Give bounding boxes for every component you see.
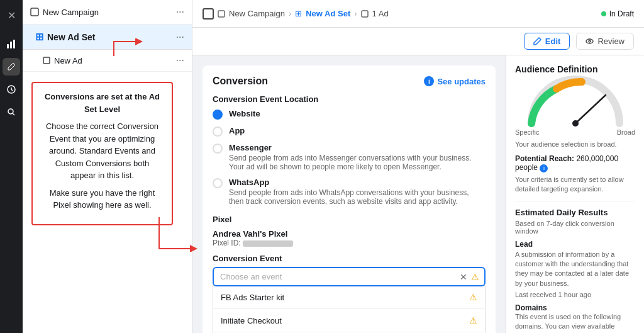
campaign-title-row[interactable]: New Campaign <box>30 8 99 17</box>
event-placeholder: Choose an event <box>220 272 465 281</box>
event-input-icons: ✕ ⚠ <box>460 272 479 282</box>
adset-info: ⊞ New Ad Set <box>35 31 96 43</box>
review-eye-icon <box>586 37 594 45</box>
dropdown-item-fbads-label: FB Ads Starter kit <box>221 293 284 302</box>
lead-title: Lead <box>515 240 635 249</box>
adset-row[interactable]: ⊞ New Ad Set ··· <box>23 25 192 50</box>
radio-messenger[interactable]: Messenger Send people from ads into Mess… <box>213 143 486 171</box>
conversion-section-header: Conversion i See updates <box>213 76 486 87</box>
dropdown-item-fbads-warn: ⚠ <box>469 292 477 302</box>
annotation-line1: Conversions are set at the Ad Set Level <box>42 91 163 115</box>
event-dropdown-list: FB Ads Starter kit ⚠ Initiate Checkout ⚠… <box>213 285 486 333</box>
svg-point-10 <box>589 40 591 42</box>
campaign-breadcrumb-icon <box>218 10 225 18</box>
radio-messenger-desc: Send people from ads into Messenger conv… <box>229 154 486 171</box>
adset-more-button[interactable]: ··· <box>176 31 184 43</box>
sep1: › <box>289 9 291 18</box>
est-daily-title: Estimated Daily Results <box>515 208 635 217</box>
search-icon[interactable] <box>3 103 20 121</box>
breadcrumb-toggle-icon[interactable] <box>203 8 214 20</box>
dropdown-item-checkout-warn: ⚠ <box>469 315 477 325</box>
draft-dot <box>601 11 606 16</box>
breadcrumb-campaign: New Campaign <box>229 9 285 18</box>
svg-rect-0 <box>7 44 9 48</box>
clear-event-button[interactable]: ✕ <box>460 272 467 282</box>
edit-icon[interactable] <box>3 58 20 76</box>
domains-desc: This event is used on the following doma… <box>515 312 635 333</box>
clock-icon[interactable] <box>3 81 20 98</box>
edit-label: Edit <box>545 37 561 46</box>
gauge-svg <box>525 76 626 127</box>
dropdown-item-fbads[interactable]: FB Ads Starter kit ⚠ <box>213 286 485 309</box>
svg-rect-8 <box>362 11 368 17</box>
radio-whatsapp[interactable]: WhatsApp Send people from ads into Whats… <box>213 178 486 206</box>
annotation-box: Conversions are set at the Ad Set Level … <box>31 82 173 225</box>
svg-rect-6 <box>43 57 50 64</box>
svg-point-12 <box>572 120 579 127</box>
edit-button[interactable]: Edit <box>524 33 570 50</box>
ad-more-button[interactable]: ··· <box>176 55 184 66</box>
info-icon: i <box>424 76 434 86</box>
radio-website-circle <box>213 110 223 120</box>
svg-point-4 <box>8 109 13 114</box>
svg-line-11 <box>575 95 606 123</box>
main-content: New Campaign › ⊞ New Ad Set › 1 Ad In Dr… <box>192 0 644 333</box>
annotation-line3: Make sure you have the right Pixel showi… <box>42 187 163 212</box>
dropdown-item-checkout-label: Initiate Checkout <box>221 316 282 325</box>
review-label: Review <box>597 37 625 46</box>
radio-app-label: App <box>229 126 245 135</box>
arrow-to-pixel <box>156 214 192 252</box>
breadcrumb: New Campaign › ⊞ New Ad Set › 1 Ad <box>203 8 389 20</box>
lead-desc: A submission of information by a custome… <box>515 250 635 289</box>
see-updates-label: See updates <box>437 77 486 86</box>
conversion-title: Conversion <box>213 76 268 87</box>
icon-sidebar: ✕ <box>0 0 23 333</box>
annotation-line2: Choose the correct Conversion Event that… <box>42 120 163 182</box>
ad-icon <box>43 57 50 64</box>
divider1 <box>515 201 635 201</box>
radio-app[interactable]: App <box>213 126 486 137</box>
edit-pencil-icon <box>533 37 541 45</box>
see-updates-button[interactable]: i See updates <box>424 76 486 86</box>
reach-desc: Your criteria is currently set to allow … <box>515 175 635 195</box>
sep2: › <box>354 9 357 18</box>
right-panel: Audience Definition <box>506 55 644 333</box>
radio-whatsapp-label: WhatsApp <box>229 178 486 187</box>
audience-text: Your audience selection is broad. <box>515 140 635 149</box>
gauge-specific-label: Specific <box>515 128 540 136</box>
chart-icon[interactable] <box>3 35 20 53</box>
ad-row[interactable]: New Ad ··· <box>23 50 192 72</box>
location-title: Conversion Event Location <box>213 94 486 104</box>
top-bar: New Campaign › ⊞ New Ad Set › 1 Ad In Dr… <box>192 0 644 28</box>
center-panel: Conversion i See updates Conversion Even… <box>192 55 506 333</box>
potential-reach-label: Potential Reach: <box>515 154 574 163</box>
radio-messenger-label: Messenger <box>229 143 486 152</box>
gauge-labels: Specific Broad <box>515 128 635 136</box>
draft-badge: In Draft <box>601 9 634 18</box>
svg-rect-2 <box>13 40 15 48</box>
radio-app-circle <box>213 127 223 137</box>
pixel-id-row: Pixel ID: <box>213 239 486 247</box>
radio-whatsapp-circle <box>213 178 223 188</box>
event-input-wrapper[interactable]: Choose an event ✕ ⚠ <box>213 267 486 286</box>
campaign-header: New Campaign ··· <box>23 0 192 25</box>
svg-point-9 <box>586 39 593 43</box>
review-button[interactable]: Review <box>576 33 634 50</box>
pixel-id-value <box>243 240 293 247</box>
est-daily-desc: Based on 7-day click conversion window <box>515 220 635 235</box>
audience-definition-title: Audience Definition <box>515 64 635 74</box>
domains-title: Domains <box>515 303 635 312</box>
campaign-name: New Campaign <box>43 8 99 17</box>
pixel-section: Pixel Andrea Vahl's Pixel Pixel ID: <box>213 215 486 247</box>
pixel-name: Andrea Vahl's Pixel <box>213 229 486 239</box>
radio-whatsapp-desc: Send people from ads into WhatsApp conve… <box>229 188 486 206</box>
svg-rect-5 <box>31 8 38 16</box>
potential-reach: Potential Reach: 260,000,000 people i <box>515 154 635 172</box>
radio-website[interactable]: Website <box>213 109 486 120</box>
dropdown-item-checkout[interactable]: Initiate Checkout ⚠ <box>213 309 485 332</box>
close-button[interactable]: ✕ <box>3 6 20 24</box>
radio-messenger-circle <box>213 144 223 154</box>
svg-rect-1 <box>10 42 12 48</box>
radio-website-label: Website <box>229 109 260 118</box>
campaign-more-button[interactable]: ··· <box>176 6 184 18</box>
